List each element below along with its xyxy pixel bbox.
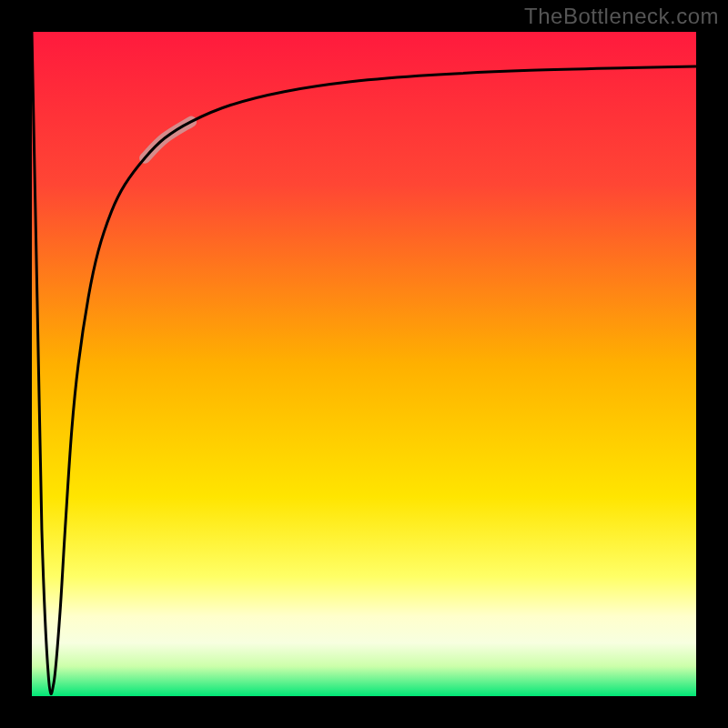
plot-area	[32, 32, 696, 696]
chart-frame: TheBottleneck.com	[0, 0, 728, 728]
bottleneck-chart	[32, 32, 696, 696]
watermark-text: TheBottleneck.com	[524, 4, 719, 29]
gradient-background	[32, 32, 696, 696]
